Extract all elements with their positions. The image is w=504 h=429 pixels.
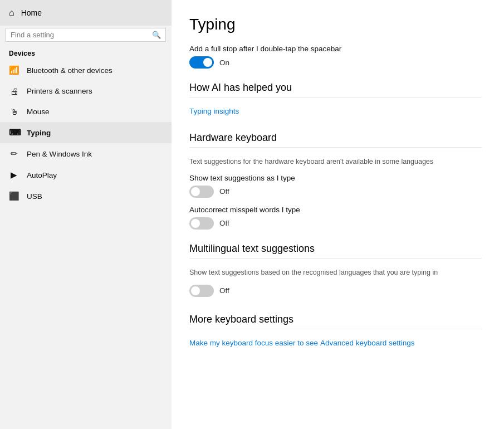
main-content: Typing Add a full stop after I double-ta… — [172, 0, 504, 429]
multilingual-knob — [191, 286, 200, 295]
search-input[interactable] — [11, 31, 149, 39]
hardware-keyboard-description: Text suggestions for the hardware keyboa… — [189, 157, 482, 167]
spacebar-toggle-state: On — [219, 58, 229, 67]
autocorrect-state: Off — [219, 219, 229, 227]
page-title: Typing — [189, 16, 482, 33]
show-suggestions-state: Off — [219, 187, 229, 196]
sidebar-item-label: AutoPlay — [27, 171, 57, 179]
show-suggestions-toggle[interactable] — [189, 186, 214, 198]
multilingual-toggle-container: Off — [189, 285, 482, 297]
show-suggestions-knob — [191, 187, 200, 196]
multilingual-toggle[interactable] — [189, 285, 214, 297]
autocorrect-toggle-container: Off — [189, 217, 482, 230]
more-keyboard-heading: More keyboard settings — [189, 314, 482, 325]
sidebar-item-label: USB — [27, 192, 42, 201]
bluetooth-icon: 📶 — [9, 65, 19, 75]
typing-icon: ⌨ — [9, 128, 19, 138]
sidebar-item-autoplay[interactable]: ▶ AutoPlay — [0, 164, 172, 186]
autocorrect-toggle[interactable] — [189, 217, 214, 230]
sidebar-item-usb[interactable]: ⬛ USB — [0, 186, 172, 207]
multilingual-description: Show text suggestions based on the recog… — [189, 267, 482, 278]
make-keyboard-link[interactable]: Make my keyboard focus easier to see — [189, 339, 318, 347]
ai-section-heading: How AI has helped you — [189, 82, 482, 94]
sidebar-section-label: Devices — [0, 46, 172, 60]
sidebar-item-label: Bluetooth & other devices — [27, 66, 112, 75]
spacebar-toggle-container: On — [189, 56, 482, 69]
show-suggestions-setting: Show text suggestions as I type Off — [189, 174, 482, 198]
usb-icon: ⬛ — [9, 191, 19, 201]
sidebar-item-label: Mouse — [27, 108, 50, 116]
multilingual-divider — [189, 258, 482, 259]
mouse-icon: 🖱 — [9, 107, 19, 116]
printers-icon: 🖨 — [9, 86, 19, 96]
multilingual-heading: Multilingual text suggestions — [189, 243, 482, 255]
sidebar-item-label: Printers & scanners — [27, 87, 92, 95]
autocorrect-setting: Autocorrect misspelt words I type Off — [189, 206, 482, 230]
sidebar-item-pen[interactable]: ✏ Pen & Windows Ink — [0, 143, 172, 164]
sidebar-item-label: Pen & Windows Ink — [27, 150, 92, 158]
spacebar-label: Add a full stop after I double-tap the s… — [189, 45, 482, 53]
hardware-keyboard-heading: Hardware keyboard — [189, 132, 482, 144]
home-icon: ⌂ — [9, 8, 14, 18]
show-suggestions-label: Show text suggestions as I type — [189, 174, 482, 182]
advanced-keyboard-link[interactable]: Advanced keyboard settings — [320, 339, 415, 347]
sidebar-item-printers[interactable]: 🖨 Printers & scanners — [0, 81, 172, 101]
show-suggestions-toggle-container: Off — [189, 186, 482, 198]
autocorrect-label: Autocorrect misspelt words I type — [189, 206, 482, 214]
sidebar-item-label: Typing — [27, 129, 51, 137]
ai-divider — [189, 97, 482, 98]
search-bar: 🔍 — [6, 28, 166, 42]
home-label: Home — [21, 8, 42, 17]
typing-insights-link[interactable]: Typing insights — [189, 107, 239, 115]
spacebar-setting: Add a full stop after I double-tap the s… — [189, 45, 482, 69]
multilingual-setting: Off — [189, 285, 482, 297]
sidebar-item-bluetooth[interactable]: 📶 Bluetooth & other devices — [0, 60, 172, 81]
sidebar-item-typing[interactable]: ⌨ Typing — [0, 122, 172, 143]
spacebar-toggle-knob — [203, 58, 212, 67]
sidebar-home[interactable]: ⌂ Home — [0, 0, 172, 26]
spacebar-toggle[interactable] — [189, 56, 214, 69]
search-icon: 🔍 — [152, 31, 161, 39]
more-keyboard-section: More keyboard settings Make my keyboard … — [189, 314, 482, 350]
sidebar: ⌂ Home 🔍 Devices 📶 Bluetooth & other dev… — [0, 0, 172, 429]
autocorrect-knob — [191, 219, 200, 228]
multilingual-state: Off — [219, 286, 229, 295]
hardware-divider — [189, 147, 482, 148]
pen-icon: ✏ — [9, 149, 19, 159]
sidebar-item-mouse[interactable]: 🖱 Mouse — [0, 101, 172, 122]
autoplay-icon: ▶ — [9, 170, 19, 180]
more-keyboard-divider — [189, 329, 482, 329]
